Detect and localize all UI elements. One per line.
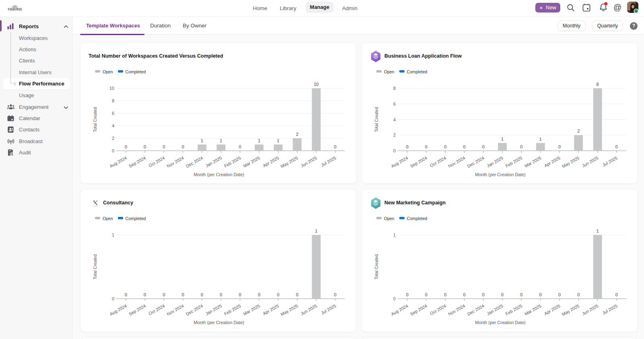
svg-text:Total Created: Total Created [93, 107, 97, 132]
svg-text:0: 0 [558, 292, 561, 297]
svg-text:Month (per Creation Date): Month (per Creation Date) [475, 172, 525, 177]
svg-text:1: 1 [112, 233, 114, 237]
svg-text:Total Created: Total Created [374, 107, 379, 132]
svg-text:0: 0 [277, 292, 279, 297]
svg-text:Jan 2025: Jan 2025 [204, 303, 223, 316]
svg-text:0: 0 [163, 292, 165, 297]
svg-text:0: 0 [482, 144, 485, 149]
svg-text:Sep 2024: Sep 2024 [409, 303, 428, 316]
svg-text:Mar 2025: Mar 2025 [242, 303, 261, 316]
svg-text:Feb 2025: Feb 2025 [505, 303, 523, 316]
svg-text:Month (per Creation Date): Month (per Creation Date) [194, 172, 244, 177]
svg-text:Nov 2024: Nov 2024 [166, 155, 184, 168]
svg-text:0: 0 [220, 292, 222, 297]
svg-text:Jul 2025: Jul 2025 [601, 155, 618, 167]
svg-text:0: 0 [444, 144, 446, 149]
svg-text:Nov 2024: Nov 2024 [166, 303, 184, 316]
svg-text:6: 6 [112, 111, 114, 116]
svg-text:Sep 2024: Sep 2024 [128, 155, 147, 168]
svg-text:0: 0 [615, 292, 618, 297]
svg-text:0: 0 [406, 144, 409, 149]
svg-text:Oct 2024: Oct 2024 [429, 303, 447, 316]
svg-text:0: 0 [334, 144, 336, 149]
svg-text:Month (per Creation Date): Month (per Creation Date) [194, 320, 244, 325]
svg-text:0: 0 [144, 144, 146, 149]
svg-text:Jul 2025: Jul 2025 [320, 155, 337, 167]
svg-text:8: 8 [112, 98, 114, 103]
svg-text:4: 4 [112, 123, 114, 128]
svg-text:Jan 2025: Jan 2025 [486, 155, 504, 168]
svg-text:May 2025: May 2025 [280, 155, 299, 168]
svg-text:0: 0 [334, 292, 336, 297]
svg-text:0: 0 [239, 144, 241, 149]
svg-text:0: 0 [463, 292, 465, 297]
svg-text:Mar 2025: Mar 2025 [524, 303, 542, 316]
svg-text:Oct 2024: Oct 2024 [148, 303, 165, 316]
svg-text:0: 0 [393, 296, 396, 301]
svg-text:Oct 2024: Oct 2024 [148, 155, 165, 168]
svg-text:Nov 2024: Nov 2024 [447, 303, 466, 316]
svg-text:0: 0 [520, 292, 522, 297]
svg-text:1: 1 [277, 138, 279, 143]
svg-text:Month (per Creation Date): Month (per Creation Date) [475, 320, 525, 325]
svg-text:Jun 2025: Jun 2025 [581, 155, 599, 168]
svg-text:1: 1 [220, 138, 222, 143]
svg-text:May 2025: May 2025 [561, 303, 580, 316]
svg-text:Dec 2024: Dec 2024 [185, 155, 204, 168]
svg-text:0: 0 [112, 296, 114, 301]
svg-text:VISIONIX: VISIONIX [8, 8, 22, 11]
svg-text:Jun 2025: Jun 2025 [300, 155, 318, 168]
svg-text:0: 0 [463, 144, 465, 149]
svg-text:Dec 2024: Dec 2024 [185, 303, 204, 316]
svg-text:Total Created: Total Created [374, 254, 379, 280]
svg-text:2: 2 [296, 132, 298, 137]
svg-text:0: 0 [520, 144, 522, 149]
svg-text:Dec 2024: Dec 2024 [466, 303, 485, 316]
svg-text:0: 0 [125, 144, 127, 149]
svg-text:0: 0 [425, 292, 427, 297]
svg-text:1: 1 [597, 229, 599, 233]
svg-text:0: 0 [182, 144, 184, 149]
svg-text:Jun 2025: Jun 2025 [300, 303, 318, 316]
svg-text:Sep 2024: Sep 2024 [409, 155, 428, 168]
svg-text:May 2025: May 2025 [561, 155, 580, 168]
svg-text:1: 1 [201, 138, 203, 143]
svg-text:0: 0 [296, 292, 298, 297]
svg-text:May 2025: May 2025 [280, 303, 299, 316]
svg-text:6: 6 [393, 102, 396, 106]
svg-text:0: 0 [482, 292, 485, 297]
svg-text:0: 0 [144, 292, 146, 297]
svg-text:2: 2 [112, 136, 114, 141]
svg-text:Apr 2025: Apr 2025 [543, 155, 561, 168]
svg-text:0: 0 [615, 144, 618, 149]
svg-text:Aug 2024: Aug 2024 [109, 155, 127, 168]
svg-text:1: 1 [539, 137, 542, 141]
svg-text:Aug 2024: Aug 2024 [390, 303, 409, 316]
svg-text:1: 1 [315, 229, 318, 233]
svg-text:Dec 2024: Dec 2024 [466, 155, 485, 168]
svg-text:0: 0 [239, 292, 241, 297]
svg-text:Apr 2025: Apr 2025 [262, 155, 280, 168]
svg-text:Feb 2025: Feb 2025 [505, 155, 523, 168]
svg-text:0: 0 [125, 292, 127, 297]
svg-text:Apr 2025: Apr 2025 [543, 303, 561, 316]
svg-text:Jul 2025: Jul 2025 [320, 303, 337, 315]
svg-text:1: 1 [501, 137, 504, 141]
svg-text:0: 0 [163, 144, 165, 149]
svg-text:Aug 2024: Aug 2024 [109, 303, 127, 316]
svg-text:Nov 2024: Nov 2024 [447, 155, 466, 168]
svg-text:0: 0 [425, 144, 427, 149]
svg-text:10: 10 [314, 82, 318, 87]
svg-text:8: 8 [597, 82, 599, 87]
svg-text:Feb 2025: Feb 2025 [223, 303, 242, 316]
svg-text:Mar 2025: Mar 2025 [524, 155, 542, 168]
svg-text:Jan 2025: Jan 2025 [486, 303, 504, 316]
svg-text:1: 1 [258, 138, 260, 143]
svg-text:0: 0 [577, 292, 580, 297]
svg-text:4: 4 [393, 117, 396, 122]
svg-text:0: 0 [558, 144, 561, 149]
svg-text:Feb 2025: Feb 2025 [223, 155, 242, 168]
svg-text:Oct 2024: Oct 2024 [429, 155, 447, 168]
svg-text:Jun 2025: Jun 2025 [581, 303, 599, 316]
svg-text:Jan 2025: Jan 2025 [204, 155, 223, 168]
